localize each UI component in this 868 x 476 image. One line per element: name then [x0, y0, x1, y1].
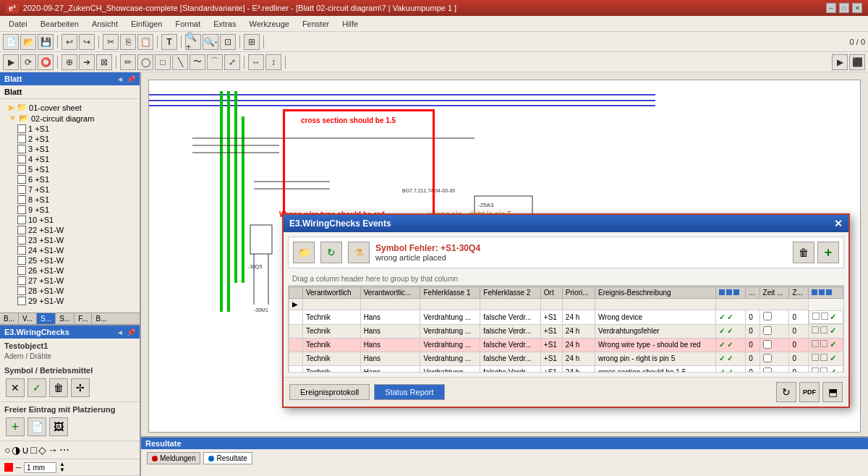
event-add-btn[interactable]: + — [817, 242, 839, 263]
row-checkbox1[interactable] — [760, 310, 789, 325]
ereignisprotokoll-button[interactable]: Ereignisprotokoll — [289, 384, 370, 400]
menu-format[interactable]: Format — [169, 18, 206, 30]
freier-btn-img[interactable]: 🖼 — [49, 417, 68, 436]
tree-item-23s1w[interactable]: 23 +S1-W — [0, 235, 140, 245]
resultate-tab-resultate[interactable]: Resultate — [203, 452, 252, 464]
tab-b[interactable]: B... — [0, 313, 19, 324]
refresh-button[interactable]: ↻ — [776, 382, 796, 402]
tb2-btn2[interactable]: ⟳ — [20, 54, 36, 70]
event-delete-btn[interactable]: 🗑 — [793, 242, 814, 263]
tb2-btn14[interactable]: ↔ — [248, 54, 264, 70]
tb2-btn12[interactable]: ⌒ — [207, 54, 223, 70]
freier-btn-add[interactable]: + — [6, 417, 25, 436]
table-row[interactable]: Technik Hans Verdrahtung ... falsche Ver… — [289, 365, 843, 373]
sym-btn-trash[interactable]: 🗑 — [49, 378, 68, 397]
tb2-btn13[interactable]: ⤢ — [224, 54, 240, 70]
checkbox-8s1[interactable] — [17, 195, 26, 204]
cut-btn[interactable]: ✂ — [103, 34, 119, 50]
checkbox-23s1w[interactable] — [17, 236, 26, 245]
tree-item-cover-sheet[interactable]: ▶ 📁 01-cover sheet — [0, 102, 140, 113]
dialog-close-btn[interactable]: ✕ — [834, 218, 843, 229]
row-checkbox1[interactable] — [760, 365, 789, 373]
pdf-button[interactable]: PDF — [799, 382, 820, 402]
tb2-btn10[interactable]: ╲ — [172, 54, 188, 70]
copy-btn[interactable]: ⎘ — [120, 34, 136, 50]
event-folder-btn[interactable]: 📁 — [293, 242, 315, 263]
tb2-btn11[interactable]: 〜 — [190, 54, 205, 70]
col-verantwortlic2[interactable]: Verantwortlic... — [360, 287, 420, 299]
tree-item-1s1[interactable]: 1 +S1 — [0, 124, 140, 134]
tree-item-10s1[interactable]: 10 +S1 — [0, 215, 140, 225]
checkbox-2s1[interactable] — [17, 135, 26, 143]
menu-einfuegen[interactable]: Einfügen — [125, 18, 168, 30]
tree-item-26s1w[interactable]: 26 +S1-W — [0, 265, 140, 276]
checkbox-6s1[interactable] — [17, 175, 26, 184]
tree-item-22s1w[interactable]: 22 +S1-W — [0, 225, 140, 235]
tb2-btn15[interactable]: ↕ — [265, 54, 281, 70]
row-checkbox1[interactable] — [760, 324, 789, 338]
col-fehler1[interactable]: Fehlerklasse 1 — [420, 287, 480, 299]
tree-item-8s1[interactable]: 8 +S1 — [0, 195, 140, 205]
col-zeit[interactable]: Zeit ... — [760, 287, 789, 299]
grid-btn[interactable]: ⊞ — [244, 34, 260, 50]
checkbox-9s1[interactable] — [17, 205, 26, 214]
table-row[interactable]: Technik Hans Verdrahtung ... falsche Ver… — [289, 352, 843, 365]
wiring-pin-icon[interactable]: 📌 — [127, 328, 135, 336]
tab-s1[interactable]: S... — [37, 313, 56, 324]
menu-bearbeiten[interactable]: Bearbeiten — [35, 18, 85, 30]
new-btn[interactable]: 📄 — [3, 34, 19, 50]
tree-item-29s1w[interactable]: 29 +S1-W — [0, 296, 140, 306]
col-fehler2[interactable]: Fehlerklasse 2 — [480, 287, 540, 299]
scale-input[interactable] — [24, 462, 56, 473]
tree-item-24s1w[interactable]: 24 +S1-W — [0, 245, 140, 255]
open-btn[interactable]: 📂 — [20, 34, 36, 50]
menu-fenster[interactable]: Fenster — [297, 18, 335, 30]
sym-btn-x[interactable]: ✕ — [6, 378, 25, 397]
checkbox-24s1w[interactable] — [17, 246, 26, 255]
tb2-btn4[interactable]: ⊕ — [61, 54, 77, 70]
event-filter-btn[interactable]: ⚗ — [348, 242, 370, 263]
col-priori[interactable]: Priori... — [562, 287, 595, 299]
tree-item-28s1w[interactable]: 28 +S1-W — [0, 286, 140, 296]
checkbox-7s1[interactable] — [17, 185, 26, 194]
col-z3[interactable] — [808, 287, 843, 299]
tb2-btn8[interactable]: ◯ — [137, 54, 153, 70]
zoom-fit-btn[interactable]: ⊡ — [220, 34, 236, 50]
undo-btn[interactable]: ↩ — [61, 34, 77, 50]
menu-datei[interactable]: Datei — [3, 18, 33, 30]
tab-s2[interactable]: S... — [56, 313, 75, 324]
scale-dec[interactable]: ▼ — [59, 467, 65, 473]
tb2-stop[interactable]: ⬛ — [849, 54, 865, 70]
zoom-in-btn[interactable]: 🔍+ — [185, 34, 201, 50]
menu-hilfe[interactable]: Hilfe — [336, 18, 364, 30]
tree-item-7s1[interactable]: 7 +S1 — [0, 184, 140, 195]
tree-item-circuit-diagram[interactable]: ▼ 📂 02-circuit diagram — [0, 113, 140, 124]
checkbox-10s1[interactable] — [17, 216, 26, 224]
menu-extras[interactable]: Extras — [208, 18, 242, 30]
table-row-highlighted[interactable]: Technik Hans Verdrahtung ... falsche Ver… — [289, 338, 843, 352]
checkbox-22s1w[interactable] — [17, 226, 26, 234]
row-checkbox1[interactable] — [760, 352, 789, 365]
checkbox-26s1w[interactable] — [17, 266, 26, 275]
checkbox-3s1[interactable] — [17, 145, 26, 153]
save-btn[interactable]: 💾 — [38, 34, 54, 50]
sym-btn-move[interactable]: ✢ — [71, 378, 90, 397]
redo-btn[interactable]: ↪ — [79, 34, 95, 50]
event-refresh-btn[interactable]: ↻ — [320, 242, 342, 263]
col-verantwortlich[interactable]: Verantwortlich — [302, 287, 360, 299]
col-beschreibung[interactable]: Ereignis-Beschreibung — [595, 287, 716, 299]
col-ort[interactable]: Ort — [540, 287, 562, 299]
tab-f[interactable]: F... — [75, 313, 92, 324]
col-z2[interactable]: Z... — [789, 287, 808, 299]
maximize-button[interactable]: □ — [839, 3, 849, 13]
tb2-play[interactable]: ▶ — [832, 54, 848, 70]
col-extra1[interactable] — [716, 287, 746, 299]
tree-item-2s1[interactable]: 2 +S1 — [0, 134, 140, 144]
export-button[interactable]: ⬒ — [822, 382, 843, 402]
wiring-collapse-icon[interactable]: ◄ — [116, 328, 124, 336]
tb2-btn6[interactable]: ⊠ — [96, 54, 112, 70]
col-extra2[interactable]: ... — [746, 287, 760, 299]
tb2-btn9[interactable]: □ — [155, 54, 171, 70]
menu-ansicht[interactable]: Ansicht — [86, 18, 124, 30]
table-row[interactable]: Technik Hans Verdrahtung ... falsche Ver… — [289, 324, 843, 338]
